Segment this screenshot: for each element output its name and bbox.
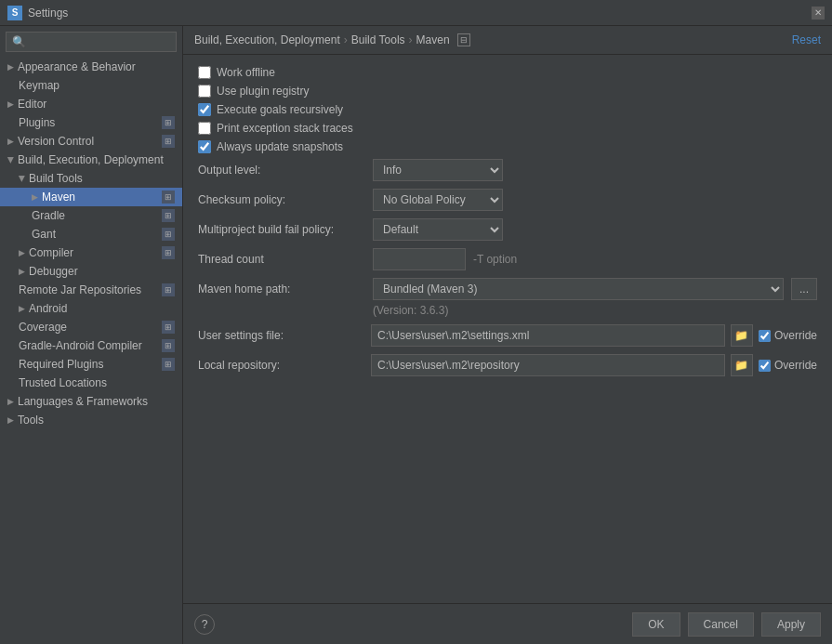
local-repo-input[interactable] <box>371 354 725 376</box>
arrow-icon: ▶ <box>19 248 25 257</box>
sidebar-item-label: Gradle <box>32 209 65 222</box>
always-update-row: Always update snapshots <box>198 140 817 153</box>
sidebar-item-android[interactable]: ▶ Android <box>0 299 182 318</box>
execute-goals-label: Execute goals recursively <box>217 103 343 116</box>
sidebar-item-build-execution-deployment[interactable]: ▶ Build, Execution, Deployment <box>0 151 182 169</box>
thread-count-input[interactable] <box>373 248 466 270</box>
thread-count-row: Thread count -T option <box>198 248 817 270</box>
cancel-button[interactable]: Cancel <box>688 612 754 637</box>
sidebar-item-label: Editor <box>18 98 46 111</box>
badge-icon: ⊞ <box>162 358 175 371</box>
title-bar-left: S Settings <box>7 6 68 20</box>
sidebar-item-gradle-android[interactable]: Gradle-Android Compiler ⊞ <box>0 336 182 355</box>
arrow-icon: ▶ <box>18 176 27 182</box>
user-settings-override-checkbox[interactable] <box>759 330 771 342</box>
local-repo-override-checkbox[interactable] <box>759 360 771 372</box>
window-title: Settings <box>28 7 68 20</box>
user-settings-override-row: Override <box>759 329 817 342</box>
arrow-icon: ▶ <box>7 415 14 425</box>
badge-icon: ⊞ <box>162 209 175 222</box>
arrow-icon: ▶ <box>7 137 14 146</box>
use-plugin-registry-label: Use plugin registry <box>217 85 309 98</box>
print-exception-checkbox[interactable] <box>198 122 211 135</box>
breadcrumb-part-2[interactable]: Build Tools <box>351 33 405 46</box>
print-exception-label: Print exception stack traces <box>217 122 353 135</box>
output-level-select[interactable]: Info Debug Error <box>373 159 503 181</box>
sidebar-item-label: Keymap <box>19 79 59 92</box>
user-settings-input[interactable] <box>371 324 725 347</box>
checksum-policy-label: Checksum policy: <box>198 193 365 206</box>
always-update-checkbox[interactable] <box>198 140 211 153</box>
user-settings-browse-button[interactable]: 📁 <box>731 324 753 347</box>
ok-button[interactable]: OK <box>632 612 680 637</box>
sidebar-item-required-plugins[interactable]: Required Plugins ⊞ <box>0 355 182 374</box>
sidebar-item-trusted-locations[interactable]: Trusted Locations <box>0 374 182 392</box>
execute-goals-row: Execute goals recursively <box>198 103 817 116</box>
search-input[interactable] <box>6 32 177 52</box>
arrow-icon: ▶ <box>32 192 38 202</box>
sidebar-item-languages-frameworks[interactable]: ▶ Languages & Frameworks <box>0 392 182 411</box>
sidebar-item-compiler[interactable]: ▶ Compiler ⊞ <box>0 243 182 262</box>
bottom-bar: ? OK Cancel Apply <box>183 603 832 644</box>
always-update-label: Always update snapshots <box>217 140 343 153</box>
arrow-icon: ▶ <box>7 157 16 164</box>
sidebar-item-gradle[interactable]: Gradle ⊞ <box>0 206 182 225</box>
user-settings-override-label: Override <box>774 329 817 342</box>
sidebar-item-coverage[interactable]: Coverage ⊞ <box>0 318 182 336</box>
local-repo-row: Local repository: 📁 Override <box>198 354 817 376</box>
sidebar-item-label: Maven <box>42 191 75 204</box>
maven-version-text: (Version: 3.6.3) <box>373 304 817 317</box>
sidebar-item-label: Android <box>29 302 67 315</box>
user-settings-row: User settings file: 📁 Override <box>198 324 817 347</box>
maven-home-browse-button[interactable]: ... <box>791 278 817 300</box>
sidebar-item-appearance-behavior[interactable]: ▶ Appearance & Behavior <box>0 58 182 76</box>
settings-content: Work offline Use plugin registry Execute… <box>183 55 832 603</box>
title-bar: S Settings ✕ <box>0 0 832 26</box>
execute-goals-checkbox[interactable] <box>198 103 211 116</box>
sidebar-item-gant[interactable]: Gant ⊞ <box>0 225 182 243</box>
breadcrumb: Build, Execution, Deployment › Build Too… <box>194 33 470 46</box>
sidebar-item-label: Tools <box>18 414 44 427</box>
sidebar-item-label: Plugins <box>19 116 55 129</box>
sidebar-item-label: Appearance & Behavior <box>18 60 136 73</box>
badge-icon: ⊞ <box>162 283 175 296</box>
maven-home-select[interactable]: Bundled (Maven 3) <box>373 278 784 300</box>
badge-icon: ⊞ <box>162 135 175 148</box>
apply-button[interactable]: Apply <box>761 612 821 637</box>
reset-button[interactable]: Reset <box>792 33 821 46</box>
sidebar-item-build-tools[interactable]: ▶ Build Tools <box>0 169 182 188</box>
sidebar-item-version-control[interactable]: ▶ Version Control ⊞ <box>0 132 182 151</box>
badge-icon: ⊞ <box>162 246 175 259</box>
breadcrumb-settings-icon[interactable]: ⊟ <box>457 33 470 46</box>
help-button[interactable]: ? <box>194 614 215 635</box>
close-button[interactable]: ✕ <box>812 7 825 20</box>
sidebar-item-label: Compiler <box>29 246 73 259</box>
work-offline-checkbox[interactable] <box>198 66 211 79</box>
sidebar-item-keymap[interactable]: Keymap <box>0 76 182 95</box>
checksum-policy-select[interactable]: No Global Policy Warn Fail Ignore <box>373 189 503 211</box>
badge-icon: ⊞ <box>162 116 175 129</box>
badge-icon: ⊞ <box>162 339 175 352</box>
user-settings-label: User settings file: <box>198 329 365 342</box>
use-plugin-registry-checkbox[interactable] <box>198 85 211 98</box>
breadcrumb-part-1[interactable]: Build, Execution, Deployment <box>194 33 340 46</box>
badge-icon: ⊞ <box>162 228 175 241</box>
checksum-policy-row: Checksum policy: No Global Policy Warn F… <box>198 189 817 211</box>
sidebar-item-maven[interactable]: ▶ Maven ⊞ <box>0 188 182 206</box>
sidebar-item-label: Required Plugins <box>19 358 103 371</box>
multiproject-policy-row: Multiproject build fail policy: Default … <box>198 218 817 241</box>
local-repo-browse-button[interactable]: 📁 <box>731 354 753 376</box>
sidebar-item-editor[interactable]: ▶ Editor <box>0 95 182 113</box>
sidebar-item-label: Remote Jar Repositories <box>19 283 141 296</box>
multiproject-policy-select[interactable]: Default Never At End Always <box>373 218 503 241</box>
breadcrumb-part-3[interactable]: Maven <box>416 33 450 46</box>
maven-home-row: Maven home path: Bundled (Maven 3) ... <box>198 278 817 300</box>
local-repo-override-row: Override <box>759 359 817 372</box>
sidebar-item-debugger[interactable]: ▶ Debugger <box>0 262 182 281</box>
window-controls[interactable]: ✕ <box>812 7 825 20</box>
sidebar-item-remote-jar[interactable]: Remote Jar Repositories ⊞ <box>0 281 182 299</box>
arrow-icon: ▶ <box>19 304 25 313</box>
sidebar-item-plugins[interactable]: Plugins ⊞ <box>0 113 182 132</box>
arrow-icon: ▶ <box>7 62 14 72</box>
sidebar-item-tools[interactable]: ▶ Tools <box>0 411 182 429</box>
